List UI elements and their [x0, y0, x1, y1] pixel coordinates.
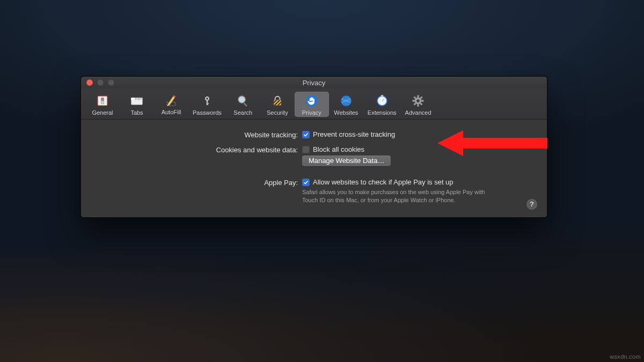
- compass-icon: [374, 93, 391, 108]
- svg-rect-15: [207, 103, 209, 104]
- magnifier-icon: [235, 93, 252, 108]
- cookies-label: Cookies and website data:: [94, 145, 302, 154]
- svg-rect-32: [417, 95, 419, 97]
- preferences-window: Privacy General: [80, 76, 547, 218]
- switch-icon: [94, 93, 111, 108]
- svg-marker-9: [168, 97, 175, 105]
- svg-rect-34: [413, 100, 415, 101]
- svg-point-40: [416, 99, 420, 102]
- tab-label: Passwords: [193, 109, 222, 116]
- svg-point-25: [341, 95, 352, 106]
- tab-label: Websites: [334, 109, 358, 116]
- tab-autofill[interactable]: AutoFill: [154, 92, 188, 117]
- manage-website-data-button[interactable]: Manage Website Data…: [302, 156, 391, 166]
- help-button[interactable]: ?: [526, 199, 537, 210]
- checkbox-label: Block all cookies: [313, 145, 364, 153]
- tab-label: Extensions: [368, 109, 397, 116]
- tab-label: General: [92, 109, 113, 116]
- tab-advanced[interactable]: Advanced: [401, 92, 436, 117]
- svg-rect-21: [274, 100, 281, 106]
- apple-pay-row: Apple Pay: Allow websites to check if Ap…: [94, 178, 534, 204]
- tab-label: Search: [233, 109, 252, 116]
- gear-icon: [409, 93, 427, 108]
- close-icon[interactable]: [86, 79, 93, 86]
- tab-extensions[interactable]: Extensions: [363, 92, 401, 117]
- website-tracking-row: Website tracking: Prevent cross-site tra…: [94, 130, 534, 139]
- svg-rect-35: [422, 100, 424, 101]
- tab-label: Privacy: [302, 109, 321, 116]
- svg-rect-33: [417, 105, 419, 107]
- preferences-toolbar: General Tabs: [81, 88, 547, 120]
- tab-websites[interactable]: Websites: [329, 92, 363, 117]
- svg-rect-5: [131, 98, 135, 100]
- tab-search[interactable]: Search: [226, 92, 260, 117]
- prevent-cross-site-tracking-checkbox[interactable]: Prevent cross-site tracking: [302, 130, 534, 138]
- svg-point-18: [239, 97, 244, 102]
- svg-rect-16: [207, 104, 208, 105]
- watermark: wsxdn.com: [610, 353, 641, 360]
- key-icon: [199, 93, 216, 108]
- help-glyph: ?: [530, 200, 534, 208]
- checkbox-checked-icon: [302, 179, 310, 186]
- website-tracking-label: Website tracking:: [94, 130, 302, 139]
- zoom-icon[interactable]: [108, 79, 114, 86]
- tab-label: Security: [267, 109, 288, 116]
- minimize-icon[interactable]: [97, 79, 104, 86]
- privacy-pane: Website tracking: Prevent cross-site tra…: [81, 120, 547, 217]
- cookies-row: Cookies and website data: Block all cook…: [94, 145, 534, 166]
- svg-rect-30: [380, 95, 383, 97]
- apple-pay-check-checkbox[interactable]: Allow websites to check if Apple Pay is …: [302, 178, 534, 186]
- titlebar[interactable]: Privacy: [81, 77, 547, 88]
- tab-general[interactable]: General: [85, 92, 120, 117]
- tabs-icon: [128, 93, 145, 108]
- tab-label: AutoFill: [162, 109, 181, 115]
- checkbox-checked-icon: [302, 131, 310, 138]
- checkbox-label: Prevent cross-site tracking: [313, 130, 395, 138]
- tab-label: Advanced: [405, 109, 431, 116]
- svg-point-13: [206, 98, 208, 100]
- tab-label: Tabs: [130, 109, 143, 116]
- globe-icon: [338, 93, 355, 108]
- svg-rect-19: [243, 102, 247, 107]
- checkbox-unchecked-icon: [302, 146, 310, 153]
- pencil-icon: [163, 93, 180, 108]
- svg-rect-14: [207, 100, 208, 105]
- tab-security[interactable]: Security: [260, 92, 295, 117]
- lock-icon: [269, 93, 286, 108]
- checkbox-label: Allow websites to check if Apple Pay is …: [313, 178, 453, 186]
- tab-passwords[interactable]: Passwords: [188, 92, 226, 117]
- apple-pay-label: Apple Pay:: [94, 178, 302, 187]
- window-controls: [86, 79, 114, 86]
- window-title: Privacy: [81, 79, 547, 87]
- hand-icon: [303, 93, 320, 108]
- tab-privacy[interactable]: Privacy: [295, 92, 329, 117]
- block-all-cookies-checkbox[interactable]: Block all cookies: [302, 145, 534, 153]
- apple-pay-hint: Safari allows you to make purchases on t…: [302, 188, 490, 204]
- tab-tabs[interactable]: Tabs: [120, 92, 154, 117]
- svg-rect-2: [101, 98, 104, 101]
